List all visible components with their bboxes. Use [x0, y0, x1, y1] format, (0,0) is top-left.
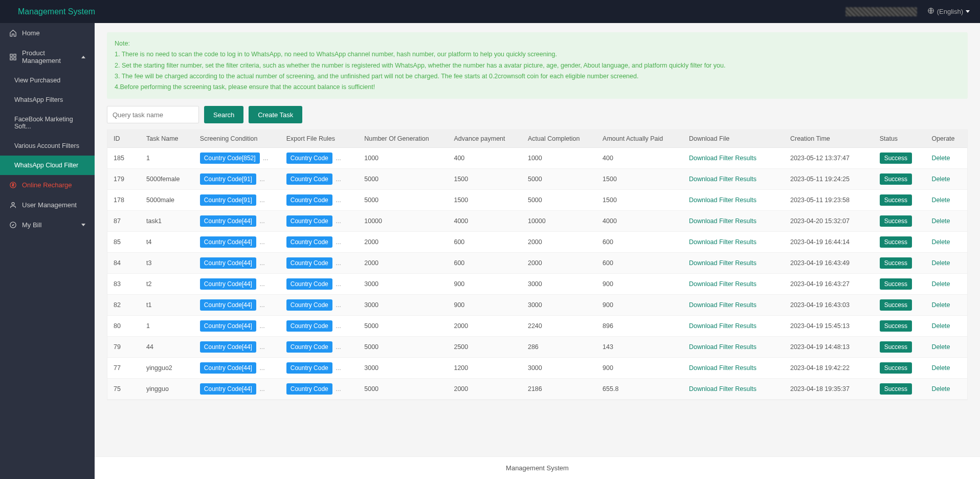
cell-generation: 10000 — [358, 211, 448, 232]
cell-time: 2023-05-12 13:37:47 — [784, 148, 874, 169]
download-link[interactable]: Download Filter Results — [689, 322, 756, 330]
download-link[interactable]: Download Filter Results — [689, 364, 756, 372]
cell-advance: 1200 — [448, 358, 521, 379]
delete-link[interactable]: Delete — [931, 155, 950, 162]
status-badge: Success — [880, 236, 912, 248]
cell-export: Country Code ... — [280, 148, 359, 169]
cell-download: Download Filter Results — [683, 316, 784, 337]
sidebar-home[interactable]: Home — [0, 23, 95, 43]
notice-line: 4.Before performing the screening task, … — [115, 82, 960, 93]
delete-link[interactable]: Delete — [931, 197, 950, 204]
cell-generation: 3000 — [358, 274, 448, 295]
cell-paid: 900 — [596, 295, 683, 316]
sidebar-user-management[interactable]: User Management — [0, 195, 95, 215]
download-link[interactable]: Download Filter Results — [689, 385, 756, 393]
cell-paid: 400 — [596, 148, 683, 169]
delete-link[interactable]: Delete — [931, 301, 950, 309]
cell-id: 77 — [107, 358, 140, 379]
cell-export: Country Code ... — [280, 274, 359, 295]
cell-generation: 2000 — [358, 232, 448, 253]
status-badge: Success — [880, 173, 912, 185]
dollar-icon — [9, 181, 17, 189]
ellipsis-icon: ... — [334, 197, 341, 204]
arrow-up-icon — [81, 56, 85, 58]
query-input[interactable] — [107, 106, 199, 123]
download-link[interactable]: Download Filter Results — [689, 197, 756, 204]
cell-paid: 600 — [596, 253, 683, 274]
ellipsis-icon: ... — [258, 364, 265, 372]
cell-id: 87 — [107, 211, 140, 232]
sidebar-online-recharge[interactable]: Online Recharge — [0, 175, 95, 195]
globe-icon — [927, 7, 934, 16]
cell-operate: Delete — [925, 379, 967, 400]
cell-condition: Country Code[44] ... — [194, 253, 280, 274]
table-row: 75yingguoCountry Code[44] ...Country Cod… — [107, 379, 967, 400]
export-tag: Country Code — [286, 362, 332, 374]
delete-link[interactable]: Delete — [931, 385, 950, 393]
cell-status: Success — [874, 316, 926, 337]
cell-download: Download Filter Results — [683, 253, 784, 274]
search-button[interactable]: Search — [204, 106, 243, 123]
svg-point-6 — [12, 203, 14, 205]
download-link[interactable]: Download Filter Results — [689, 238, 756, 246]
table-row: 82t1Country Code[44] ...Country Code ...… — [107, 295, 967, 316]
cell-condition: Country Code[44] ... — [194, 379, 280, 400]
cell-id: 82 — [107, 295, 140, 316]
delete-link[interactable]: Delete — [931, 259, 950, 267]
ellipsis-icon: ... — [258, 385, 265, 393]
delete-link[interactable]: Delete — [931, 343, 950, 351]
create-task-button[interactable]: Create Task — [249, 106, 302, 123]
delete-link[interactable]: Delete — [931, 176, 950, 183]
cell-operate: Delete — [925, 253, 967, 274]
table-header: Export File Rules — [280, 130, 359, 148]
sidebar-product-label: Product Management — [22, 49, 76, 64]
cell-completion: 2000 — [522, 232, 596, 253]
cell-download: Download Filter Results — [683, 190, 784, 211]
cell-status: Success — [874, 358, 926, 379]
download-link[interactable]: Download Filter Results — [689, 217, 756, 225]
sidebar-item-view-purchased[interactable]: View Purchased — [0, 71, 95, 90]
delete-link[interactable]: Delete — [931, 280, 950, 288]
sidebar-product-management[interactable]: Product Management — [0, 43, 95, 71]
sidebar-recharge-label: Online Recharge — [22, 181, 72, 189]
svg-rect-1 — [10, 54, 12, 56]
sidebar-item-whatsapp-filters[interactable]: WhatsApp Filters — [0, 90, 95, 110]
cell-generation: 1000 — [358, 148, 448, 169]
delete-link[interactable]: Delete — [931, 364, 950, 372]
table-header: Advance payment — [448, 130, 521, 148]
cell-status: Success — [874, 379, 926, 400]
grid-icon — [9, 53, 17, 61]
caret-down-icon — [966, 10, 970, 13]
user-icon — [9, 201, 17, 209]
cell-time: 2023-05-11 19:24:25 — [784, 169, 874, 190]
ellipsis-icon: ... — [334, 217, 341, 225]
sidebar-my-bill[interactable]: My Bill — [0, 215, 95, 235]
download-link[interactable]: Download Filter Results — [689, 259, 756, 267]
delete-link[interactable]: Delete — [931, 238, 950, 246]
download-link[interactable]: Download Filter Results — [689, 155, 756, 162]
cell-task-name: task1 — [140, 211, 194, 232]
cell-task-name: t1 — [140, 295, 194, 316]
cell-time: 2023-04-19 15:45:13 — [784, 316, 874, 337]
sidebar-item-whatsapp-cloud-filter[interactable]: WhatsApp Cloud Filter — [0, 156, 95, 175]
condition-tag: Country Code[44] — [200, 362, 256, 374]
download-link[interactable]: Download Filter Results — [689, 301, 756, 309]
sidebar-item-facebook-marketing[interactable]: FaceBook Marketing Soft... — [0, 110, 95, 136]
download-link[interactable]: Download Filter Results — [689, 343, 756, 351]
delete-link[interactable]: Delete — [931, 217, 950, 225]
table-header: Actual Completion — [522, 130, 596, 148]
cell-download: Download Filter Results — [683, 337, 784, 358]
download-link[interactable]: Download Filter Results — [689, 176, 756, 183]
bill-icon — [9, 221, 17, 229]
language-selector[interactable]: (English) — [927, 7, 970, 16]
export-tag: Country Code — [286, 257, 332, 269]
status-badge: Success — [880, 362, 912, 374]
table-header: Amount Actually Paid — [596, 130, 683, 148]
cell-paid: 896 — [596, 316, 683, 337]
cell-completion: 5000 — [522, 190, 596, 211]
delete-link[interactable]: Delete — [931, 322, 950, 330]
cell-export: Country Code ... — [280, 253, 359, 274]
sidebar-item-various-filters[interactable]: Various Account Filters — [0, 136, 95, 156]
download-link[interactable]: Download Filter Results — [689, 280, 756, 288]
cell-condition: Country Code[44] ... — [194, 274, 280, 295]
